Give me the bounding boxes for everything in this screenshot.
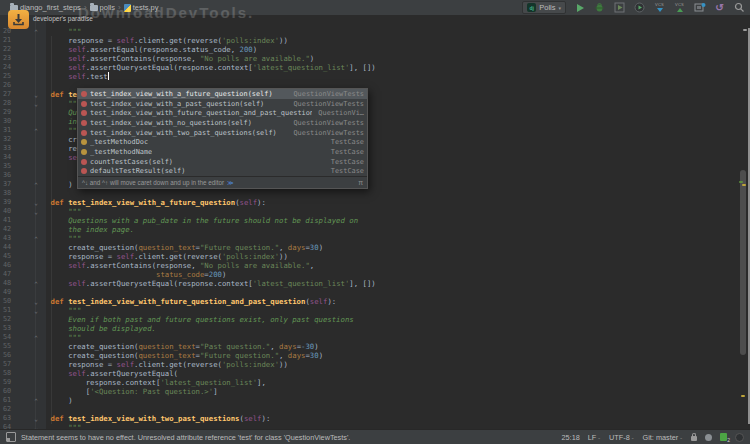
line-number[interactable]: 44 (3, 243, 11, 252)
stripe-mark-yellow[interactable] (741, 395, 745, 397)
code-line: 43⌃ """ (0, 234, 742, 243)
line-number[interactable]: 52 (3, 315, 11, 324)
code-line: 21 response = self.client.get(reverse('p… (0, 36, 742, 45)
code-text: self.assertQuerysetEqual(response.contex… (33, 279, 376, 288)
line-number[interactable]: 62 (3, 405, 11, 414)
code-text: Questions with a pub_date in the future … (33, 216, 358, 225)
code-text: def test_index_view_with_a_future_questi… (33, 198, 266, 207)
completion-item[interactable]: test_index_view_with_two_past_questions(… (78, 128, 367, 138)
completion-hint-link[interactable]: ≫ (227, 179, 234, 186)
code-text: """ (33, 333, 81, 342)
line-number[interactable]: 55 (3, 342, 11, 351)
vcs-update-button[interactable]: VCS (653, 1, 666, 14)
line-number[interactable]: 57 (3, 360, 11, 369)
method-icon (81, 168, 87, 174)
line-number[interactable]: 38 (3, 189, 11, 198)
watermark-logo (8, 10, 29, 29)
line-number[interactable]: 23 (3, 54, 11, 63)
line-number[interactable]: 34 (3, 153, 11, 162)
line-number[interactable]: 49 (3, 288, 11, 297)
line-number[interactable]: 50 (3, 297, 11, 306)
line-number[interactable]: 27 (3, 90, 11, 99)
completion-item[interactable]: test_index_view_with_future_question_and… (78, 108, 367, 118)
lock-icon[interactable] (691, 436, 697, 441)
stripe-mark-green[interactable] (739, 181, 743, 183)
background-tasks-indicator[interactable]: 2 (720, 433, 727, 441)
completion-item-name: defaultTestResult(self) (90, 167, 185, 175)
line-separator-widget[interactable]: LF⌄ (588, 433, 601, 442)
code-line: 59 response.context['latest_question_lis… (0, 378, 742, 387)
line-number[interactable]: 51 (3, 306, 11, 315)
line-number[interactable]: 61 (3, 396, 11, 405)
line-number[interactable]: 22 (3, 45, 11, 54)
profiler-button[interactable] (633, 1, 646, 14)
completion-item[interactable]: countTestCases(self)TestCase (78, 157, 367, 167)
caret-position-widget[interactable]: 25:18 (562, 433, 580, 442)
run-with-coverage-button[interactable] (613, 1, 626, 14)
line-number[interactable]: 37 (3, 180, 11, 189)
line-number[interactable]: 21 (3, 36, 11, 45)
line-number[interactable]: 31 (3, 126, 11, 135)
rollback-button[interactable]: ↺ (713, 1, 726, 14)
diff-button[interactable] (693, 1, 706, 14)
line-number[interactable]: 32 (3, 135, 11, 144)
line-number[interactable]: 47 (3, 270, 11, 279)
chevron-down-icon: ▾ (558, 5, 561, 11)
line-number[interactable]: 30 (3, 117, 11, 126)
line-number[interactable]: 45 (3, 252, 11, 261)
line-number[interactable]: 39 (3, 198, 11, 207)
line-number[interactable]: 36 (3, 171, 11, 180)
run-button[interactable] (573, 1, 586, 14)
git-branch-widget[interactable]: Git: master⌄ (643, 433, 683, 442)
scrollbar-thumb[interactable] (740, 170, 746, 355)
line-number[interactable]: 43 (3, 234, 11, 243)
code-line: 58 self.assertQuerysetEqual( (0, 369, 742, 378)
search-everywhere-button[interactable] (733, 1, 746, 14)
code-line: 57 response = self.client.get(reverse('p… (0, 360, 742, 369)
line-number[interactable]: 28 (3, 99, 11, 108)
line-number[interactable]: 53 (3, 324, 11, 333)
line-number[interactable]: 56 (3, 351, 11, 360)
sort-toggle-icon[interactable]: π (358, 179, 363, 186)
line-number[interactable]: 24 (3, 63, 11, 72)
status-widgets: 25:18 LF⌄ UTF-8⌄ Git: master⌄ 2 (562, 433, 745, 442)
line-number[interactable]: 48 (3, 279, 11, 288)
run-configuration-select[interactable]: dj Polls ▾ (522, 1, 566, 14)
encoding-widget[interactable]: UTF-8⌄ (609, 433, 634, 442)
debug-button[interactable] (593, 1, 606, 14)
completion-item[interactable]: test_index_view_with_a_future_question(s… (78, 89, 367, 99)
line-number[interactable]: 41 (3, 216, 11, 225)
toolwindow-toggle-icon[interactable] (6, 432, 16, 442)
arrow-down-icon (657, 8, 663, 12)
line-number[interactable]: 33 (3, 144, 11, 153)
line-number[interactable]: 63 (3, 414, 11, 423)
code-text: create_question(question_text="Past ques… (33, 342, 319, 351)
stripe-mark-yellow[interactable] (742, 184, 746, 186)
code-line: 50⌄ def test_index_view_with_future_ques… (0, 297, 742, 306)
line-number[interactable]: 54 (3, 333, 11, 342)
completion-item[interactable]: test_index_view_with_no_questions(self)Q… (78, 118, 367, 128)
line-number[interactable]: 58 (3, 369, 11, 378)
line-number[interactable]: 46 (3, 261, 11, 270)
completion-item[interactable]: _testMethodNameTestCase (78, 147, 367, 157)
inspections-icon[interactable] (705, 434, 712, 441)
code-line: 52 Even if both past and future question… (0, 315, 742, 324)
line-number[interactable]: 29 (3, 108, 11, 117)
vcs-commit-button[interactable]: VCS (673, 1, 686, 14)
method-icon (81, 159, 87, 165)
stripe-mark-gray[interactable] (743, 29, 747, 31)
line-number[interactable]: 35 (3, 162, 11, 171)
code-text: ) (33, 180, 73, 189)
line-number[interactable]: 42 (3, 225, 11, 234)
line-number[interactable]: 26 (3, 81, 11, 90)
code-text: def test_index_view_with_future_question… (33, 297, 336, 306)
line-number[interactable]: 25 (3, 72, 11, 81)
completion-item[interactable]: defaultTestResult(self)TestCase (78, 167, 367, 177)
line-number[interactable]: 59 (3, 378, 11, 387)
line-number[interactable]: 40 (3, 207, 11, 216)
notifications-icon[interactable] (735, 433, 744, 442)
line-number[interactable]: 60 (3, 387, 11, 396)
completion-item[interactable]: test_index_view_with_a_past_question(sel… (78, 99, 367, 109)
code-text: create_question(question_text="Future qu… (33, 243, 323, 252)
completion-item[interactable]: _testMethodDocTestCase (78, 137, 367, 147)
